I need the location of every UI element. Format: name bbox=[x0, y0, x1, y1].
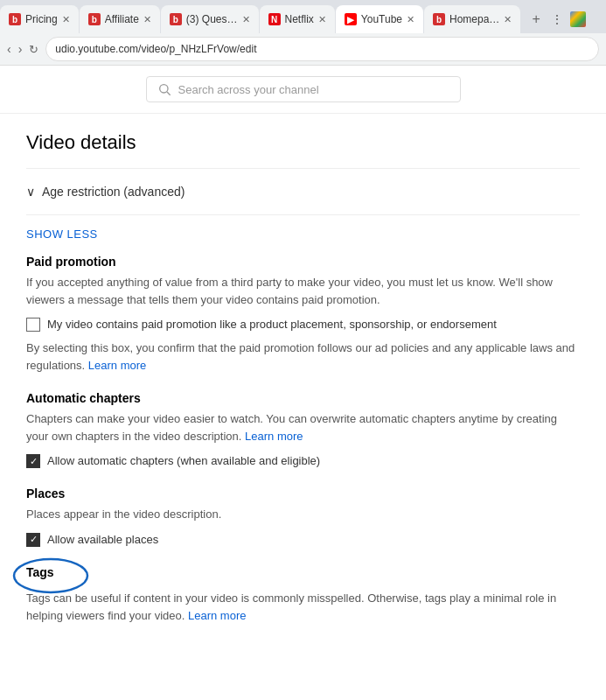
tab-close-netflix[interactable]: ✕ bbox=[314, 14, 326, 25]
page-content: Search across your channel Video details… bbox=[0, 66, 606, 659]
tags-learn-more-link[interactable]: Learn more bbox=[188, 609, 246, 622]
paid-promotion-confirm-text: By selecting this box, you confirm that … bbox=[26, 340, 580, 374]
search-placeholder-text: Search across your channel bbox=[178, 83, 319, 96]
paid-promotion-description: If you accepted anything of value from a… bbox=[26, 274, 580, 308]
divider-age bbox=[26, 214, 580, 215]
places-section: Places Places appear in the video descri… bbox=[26, 486, 580, 548]
search-header: Search across your channel bbox=[0, 66, 606, 114]
tab-favicon-affiliate: b bbox=[88, 13, 101, 25]
tab-close-questions[interactable]: ✕ bbox=[238, 14, 250, 25]
tab-label-pricing: Pricing bbox=[25, 13, 58, 25]
tab-close-youtube[interactable]: ✕ bbox=[402, 14, 414, 25]
google-apps-icon bbox=[570, 11, 586, 27]
places-checkbox-row: ✓ Allow available places bbox=[26, 532, 580, 548]
automatic-chapters-checkbox-label: Allow automatic chapters (when available… bbox=[47, 453, 320, 469]
places-checkbox-label: Allow available places bbox=[47, 532, 158, 548]
places-title: Places bbox=[26, 486, 580, 500]
tags-description: Tags can be useful if content in your vi… bbox=[26, 590, 580, 624]
tags-section: Tags Tags can be useful if content in yo… bbox=[26, 565, 580, 624]
automatic-chapters-checkbox[interactable]: ✓ bbox=[26, 454, 40, 468]
forward-button[interactable]: › bbox=[18, 42, 23, 56]
video-details-container: Video details ∨ Age restriction (advance… bbox=[0, 114, 606, 659]
tab-homepage[interactable]: b Homepa… ✕ bbox=[424, 5, 520, 33]
svg-point-0 bbox=[159, 85, 167, 93]
places-description: Places appear in the video description. bbox=[26, 506, 580, 523]
paid-promotion-section: Paid promotion If you accepted anything … bbox=[26, 255, 580, 374]
tab-netflix[interactable]: N Netflix ✕ bbox=[260, 5, 335, 33]
paid-promotion-checkbox[interactable] bbox=[26, 318, 40, 332]
tags-title-wrapper: Tags bbox=[26, 565, 54, 584]
show-less-button[interactable]: SHOW LESS bbox=[26, 228, 98, 241]
paid-promotion-learn-more-link[interactable]: Learn more bbox=[88, 359, 146, 372]
automatic-chapters-learn-more-link[interactable]: Learn more bbox=[245, 430, 303, 443]
tab-questions[interactable]: b (3) Ques… ✕ bbox=[161, 5, 259, 33]
browser-chrome: b Pricing ✕ b Affiliate ✕ b (3) Ques… ✕ … bbox=[0, 0, 606, 66]
address-bar: ‹ › ↻ udio.youtube.com/video/p_NHzLFrVow… bbox=[0, 33, 606, 65]
search-box[interactable]: Search across your channel bbox=[146, 76, 461, 102]
tab-favicon-netflix: N bbox=[268, 13, 281, 25]
tags-desc-static: Tags can be useful if content in your vi… bbox=[26, 592, 556, 622]
tab-pricing[interactable]: b Pricing ✕ bbox=[0, 5, 79, 33]
tab-close-homepage[interactable]: ✕ bbox=[499, 14, 512, 25]
svg-point-2 bbox=[14, 559, 87, 592]
divider-top bbox=[26, 168, 580, 169]
age-restriction-header[interactable]: ∨ Age restriction (advanced) bbox=[26, 176, 580, 207]
tab-youtube[interactable]: ▶ YouTube ✕ bbox=[336, 5, 423, 33]
automatic-chapters-description: Chapters can make your video easier to w… bbox=[26, 410, 580, 444]
nav-icons: ‹ › ↻ bbox=[7, 42, 38, 56]
url-text: udio.youtube.com/video/p_NHzLFrVow/edit bbox=[55, 43, 256, 55]
tab-close-affiliate[interactable]: ✕ bbox=[139, 14, 151, 25]
search-icon bbox=[157, 82, 171, 96]
tab-label-affiliate: Affiliate bbox=[105, 13, 139, 25]
automatic-chapters-title: Automatic chapters bbox=[26, 391, 580, 405]
new-tab-button[interactable]: + bbox=[532, 11, 540, 27]
tab-label-netflix: Netflix bbox=[285, 13, 314, 25]
places-checkbox[interactable]: ✓ bbox=[26, 533, 40, 547]
paid-promotion-title: Paid promotion bbox=[26, 255, 580, 269]
paid-promotion-checkbox-label: My video contains paid promotion like a … bbox=[47, 317, 497, 332]
tab-close-pricing[interactable]: ✕ bbox=[58, 14, 70, 25]
chevron-down-icon: ∨ bbox=[26, 185, 35, 199]
tab-favicon-questions: b bbox=[170, 13, 182, 25]
reload-button[interactable]: ↻ bbox=[29, 43, 38, 56]
paid-promotion-checkbox-row: My video contains paid promotion like a … bbox=[26, 317, 580, 332]
tab-label-homepage: Homepa… bbox=[449, 13, 499, 25]
tab-favicon-pricing: b bbox=[9, 13, 21, 25]
tab-menu-button[interactable]: ⋮ bbox=[551, 12, 563, 26]
tab-affiliate[interactable]: b Affiliate ✕ bbox=[80, 5, 160, 33]
tab-label-youtube: YouTube bbox=[361, 13, 402, 25]
automatic-chapters-checkbox-row: ✓ Allow automatic chapters (when availab… bbox=[26, 453, 580, 469]
tab-favicon-homepage: b bbox=[433, 13, 445, 25]
tab-label-questions: (3) Ques… bbox=[186, 13, 238, 25]
page-title: Video details bbox=[26, 131, 580, 154]
svg-line-1 bbox=[167, 92, 171, 95]
tab-favicon-youtube: ▶ bbox=[345, 13, 357, 25]
back-button[interactable]: ‹ bbox=[7, 42, 11, 56]
tab-bar: b Pricing ✕ b Affiliate ✕ b (3) Ques… ✕ … bbox=[0, 0, 606, 33]
tags-circle-annotation bbox=[12, 557, 89, 594]
age-restriction-label: Age restriction (advanced) bbox=[42, 185, 185, 199]
url-box[interactable]: udio.youtube.com/video/p_NHzLFrVow/edit bbox=[45, 37, 599, 61]
automatic-chapters-section: Automatic chapters Chapters can make you… bbox=[26, 391, 580, 469]
